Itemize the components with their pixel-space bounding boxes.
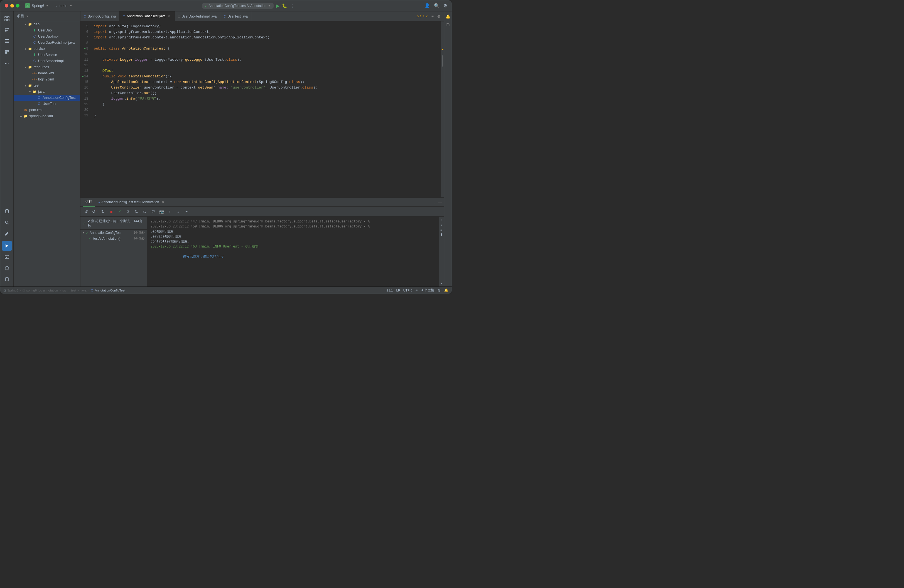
cursor-position[interactable]: 21:1 [387,289,393,292]
tree-item-log4j2[interactable]: </> log4j2.xml [14,76,80,82]
panel-minimize-button[interactable]: — [438,200,442,204]
run-button[interactable]: ▶ [276,3,280,9]
scroll-up-button[interactable]: ↑ [441,218,442,221]
tree-item-userserviceimpl[interactable]: C UserServiceImpl [14,58,80,64]
show-ignored-button[interactable]: ⊘ [125,208,132,215]
indent[interactable]: 4 个空格 [421,288,434,292]
import-button[interactable]: ↓ [174,208,182,215]
camera-button[interactable]: 📷 [158,208,165,215]
tree-item-userdaoredis[interactable]: C UserDaoRedisImpl.java [14,40,80,46]
code-line-13: @Test [94,68,436,74]
terminal-button[interactable] [2,252,12,262]
tree-item-userservice[interactable]: I UserService [14,52,80,58]
more-run-button[interactable]: ⋯ [183,208,190,215]
pencil-button[interactable] [2,229,12,239]
plugins-button[interactable] [2,47,12,57]
test-item-testall[interactable]: ✓ testAllAnnotation() 144毫秒 [81,236,147,241]
panel-more-button[interactable]: ⋮ [432,200,436,204]
tab-annotationconfigtest[interactable]: C AnnotationConfigTest.java ✕ [119,11,174,21]
console-area[interactable]: 2023-12-30 23:22:12 447 [main] DEBUG org… [147,217,438,286]
rerun-failed-button[interactable]: ↺↺ [91,208,98,215]
close-button[interactable] [5,4,8,8]
tree-item-java[interactable]: ▾ 📁 java [14,89,80,95]
run-tab[interactable]: 运行 [83,198,95,207]
stop-button[interactable]: ■ [108,208,115,215]
search-everywhere-button[interactable] [2,217,12,228]
tab-userdaoredis[interactable]: □ UserDaoRedisImpl.java [175,11,220,21]
notifications-button[interactable]: 🔔 [445,14,451,19]
tree-item-resources[interactable]: ▾ 📁 resources [14,64,80,70]
clock-button[interactable]: ⏱ [149,208,157,215]
tree-item-dao[interactable]: ▾ 📁 dao [14,21,80,27]
run-config[interactable]: ⬥ AnnotationConfigTest.testAllAnnotation… [202,3,273,9]
show-passed-button[interactable]: ✓ [116,208,123,215]
run-coverage-button[interactable]: ↻ [100,208,107,215]
line-ending[interactable]: LF [396,289,400,292]
scrollbar-thumb[interactable] [442,55,443,66]
export-button[interactable]: ↑ [166,208,174,215]
project-dropdown-icon[interactable]: ▼ [46,4,49,7]
rerun-button[interactable]: ↺ [83,208,90,215]
run-tab-item[interactable]: ⬥ AnnotationConfigTest.testAllAnnotation… [98,200,164,204]
soft-wrap-button[interactable]: ≡ [440,228,442,232]
console-line: 2023-12-30 23:22:12 463 [main] INFO User… [150,244,435,249]
project-tree-button[interactable] [2,14,12,24]
tree-item-service[interactable]: ▾ 📁 service [14,46,80,52]
problems-button[interactable] [2,263,12,273]
tree-item-spring6-xml[interactable]: ▶ 📁 spring6-ioc-xml [14,113,80,119]
tree-item-annotationtest[interactable]: C AnnotationConfigTest [14,95,80,101]
tree-item-label: UserDao [38,28,52,32]
project-info[interactable]: S Spring6 ▼ [25,3,49,8]
git-button[interactable] [2,25,12,35]
tab-close-button[interactable]: ✕ [167,14,171,18]
exit-link[interactable]: 进程已结束，退出代码为 0 [183,254,223,258]
tree-item-pom[interactable]: m pom.xml [14,107,80,113]
more-actions-button[interactable]: ⋮ [290,3,295,9]
structure-button[interactable] [2,36,12,46]
tree-arrow: ▾ [24,84,27,87]
database-button[interactable] [2,206,12,217]
tree-item-userdaoimpl[interactable]: C UserDaoImpl [14,33,80,40]
settings-gear-button[interactable]: ⚙ [436,14,442,19]
console-line: Controller层执行结束。 [150,239,435,244]
main-window: S Spring6 ▼ ⑂ main ▼ ⬥ AnnotationConfigT… [0,0,452,294]
git-status-icon[interactable]: ⛓ [438,288,441,292]
tab-spring6config[interactable]: C Spring6Config.java [81,11,119,21]
test-time: 144毫秒 [134,231,145,235]
tree-spacer [28,28,32,32]
ai-assistant-button[interactable]: m [445,21,451,27]
settings-icon[interactable]: ⚙ [443,3,447,8]
tree-item-test[interactable]: ▾ 📁 test [14,82,80,89]
run-actions: ▶ 🐛 ⋮ [276,3,295,9]
debug-button[interactable]: 🐛 [282,3,288,8]
scroll-down-button[interactable]: ↓ [441,223,442,227]
editor-scrollbar[interactable] [441,21,444,198]
maximize-button[interactable] [16,4,19,8]
more-tools-button[interactable]: ··· [2,58,12,68]
run-tab-close[interactable]: ✕ [162,201,164,204]
search-icon[interactable]: 🔍 [434,3,439,8]
notifications-status-icon[interactable]: 🔔 [444,288,448,292]
minimize-button[interactable] [10,4,14,8]
test-item-annotationconfig[interactable]: ▾ ✓ AnnotationConfigTest 144毫秒 [81,230,147,236]
account-icon[interactable]: 👤 [424,3,430,8]
expand-button[interactable]: › [441,281,442,285]
tab-list-button[interactable]: ≡ [430,14,435,19]
tab-usertest[interactable]: C UserTest.java [220,11,251,21]
tree-item-userdao[interactable]: I UserDao [14,27,80,33]
print-button[interactable]: ⬇ [440,233,443,237]
encoding[interactable]: UTF-8 [403,289,412,292]
sort-duration-button[interactable]: ⇆ [141,208,149,215]
code-editor[interactable]: 5 6 7 8 ▶ 9 10 11 12 13 ▶ [81,21,444,198]
bookmarks-button[interactable] [2,274,12,284]
run-panel-button[interactable] [2,241,12,251]
branch-info[interactable]: ⑂ main ▼ [55,4,73,8]
sort-alpha-button[interactable]: ⇅ [133,208,140,215]
status-right: 21:1 LF UTF-8 ✏ 4 个空格 ⛓ 🔔 [387,288,448,292]
tree-item-usertest[interactable]: C UserTest [14,101,80,107]
run-gutter-14[interactable]: ▶ [82,74,84,79]
tree-item-beans-xml[interactable]: </> beans.xml [14,70,80,76]
line-numbers: 5 6 7 8 ▶ 9 10 11 12 13 ▶ [81,21,94,198]
pass-icon: ✓ [86,231,89,235]
run-gutter-9[interactable]: ▶ [84,46,86,52]
